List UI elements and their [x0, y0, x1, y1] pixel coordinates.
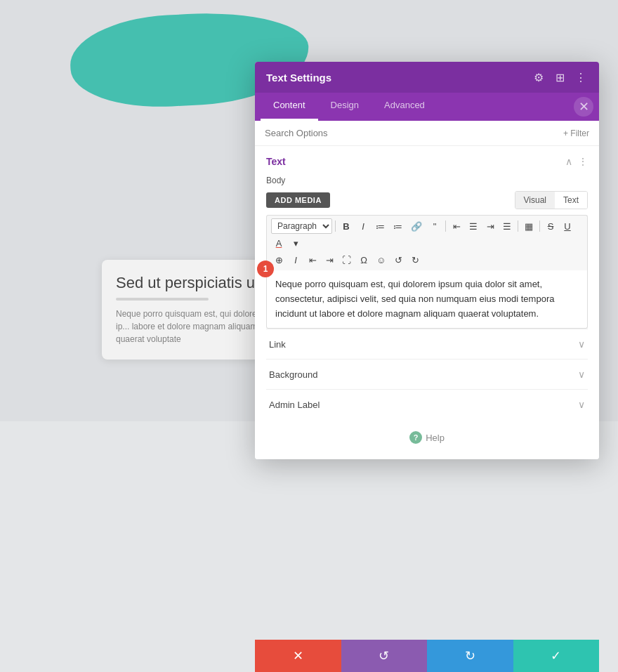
- toolbar-separator-1: [335, 220, 336, 232]
- toolbar-separator-4: [539, 220, 540, 232]
- tab-advanced[interactable]: Advanced: [372, 93, 438, 121]
- toolbar-row-1: Paragraph B I ≔ ≔ 🔗 " ⇤ ☰ ⇥ ☰ ▦ S U A: [271, 218, 583, 251]
- action-bar: ✕ ↺ ↻ ✓: [255, 640, 599, 672]
- step-badge: 1: [257, 261, 274, 277]
- modal-header: Text Settings ⚙ ⊞ ⋮: [255, 62, 599, 93]
- accordion-background-label: Background: [269, 369, 317, 380]
- toolbar-row-2: ⊕ I ⇤ ⇥ ⛶ Ω ☺ ↺ ↻: [271, 252, 583, 268]
- underline-button[interactable]: U: [560, 218, 575, 234]
- help-label: Help: [426, 433, 445, 443]
- italic2-button[interactable]: I: [288, 252, 303, 268]
- search-input[interactable]: [265, 128, 563, 138]
- tab-content[interactable]: Content: [261, 93, 318, 121]
- indent-button[interactable]: ⇥: [322, 252, 337, 268]
- save-button[interactable]: ✓: [513, 640, 600, 672]
- align-right-button[interactable]: ⇥: [482, 218, 498, 234]
- color-chevron[interactable]: ▾: [288, 235, 303, 251]
- modal-title: Text Settings: [266, 72, 331, 84]
- align-center-button[interactable]: ☰: [466, 218, 481, 234]
- collapse-icon[interactable]: ∧: [565, 156, 572, 167]
- italic-button[interactable]: I: [355, 218, 371, 234]
- accordion-admin-label-chevron: ∨: [578, 399, 585, 410]
- editor-content[interactable]: Neque porro quisquam est, qui dolorem ip…: [275, 277, 579, 321]
- accordion-admin-label[interactable]: Admin Label ∨: [266, 389, 588, 419]
- expand-icon[interactable]: ⊞: [553, 70, 567, 84]
- editor-toolbar: Paragraph B I ≔ ≔ 🔗 " ⇤ ☰ ⇥ ☰ ▦ S U A: [266, 215, 588, 270]
- undo-tb-button[interactable]: ↺: [390, 252, 406, 268]
- close-button[interactable]: ✕: [574, 97, 593, 117]
- unordered-list-button[interactable]: ≔: [372, 218, 388, 234]
- modal-header-icons: ⚙ ⊞ ⋮: [532, 70, 588, 84]
- add-media-button[interactable]: ADD MEDIA: [266, 192, 330, 208]
- tab-bar: Content Design Advanced ✕: [255, 93, 599, 121]
- filter-label: + Filter: [563, 129, 589, 138]
- help-icon: ?: [409, 431, 422, 444]
- more-icon[interactable]: ⋮: [574, 70, 588, 84]
- modal-body: Text ∧ ⋮ Body ADD MEDIA Visual Text Para…: [255, 146, 599, 459]
- blockquote-button[interactable]: ": [427, 218, 442, 234]
- editor-area[interactable]: 1 Neque porro quisquam est, qui dolorem …: [266, 270, 588, 329]
- cancel-button[interactable]: ✕: [255, 640, 341, 672]
- search-bar: + Filter: [255, 121, 599, 146]
- body-label: Body: [266, 176, 588, 185]
- strikethrough-button[interactable]: S: [543, 218, 558, 234]
- bold-button[interactable]: B: [338, 218, 354, 234]
- text-settings-modal: Text Settings ⚙ ⊞ ⋮ Content Design Advan…: [255, 62, 599, 459]
- help-row: ? Help: [266, 419, 588, 449]
- visual-text-toggle: Visual Text: [515, 191, 588, 209]
- outdent-button[interactable]: ⇤: [305, 252, 320, 268]
- settings-icon[interactable]: ⚙: [532, 70, 546, 84]
- accordion-link-chevron: ∨: [578, 338, 585, 350]
- editor-top-row: ADD MEDIA Visual Text: [266, 191, 588, 209]
- fullscreen-button[interactable]: ⛶: [338, 252, 355, 268]
- accordion-link[interactable]: Link ∨: [266, 329, 588, 359]
- section-header: Text ∧ ⋮: [266, 156, 588, 167]
- undo-button[interactable]: ↺: [341, 640, 428, 672]
- toolbar-separator-3: [518, 220, 518, 232]
- filter-button[interactable]: + Filter: [563, 129, 589, 138]
- ordered-list-button[interactable]: ≔: [390, 218, 406, 234]
- help-button[interactable]: ? Help: [409, 431, 445, 444]
- redo-tb-button[interactable]: ↻: [407, 252, 423, 268]
- accordion-link-label: Link: [269, 339, 286, 350]
- visual-tab-button[interactable]: Visual: [515, 192, 555, 209]
- tab-design[interactable]: Design: [318, 93, 372, 121]
- toolbar-separator-2: [445, 220, 446, 232]
- accordion-background[interactable]: Background ∨: [266, 359, 588, 389]
- link-button[interactable]: 🔗: [407, 218, 426, 234]
- accordion-background-chevron: ∨: [578, 369, 585, 380]
- text-tab-button[interactable]: Text: [555, 192, 587, 209]
- omega-button[interactable]: Ω: [356, 252, 372, 268]
- accordion-admin-label-label: Admin Label: [269, 400, 320, 410]
- emoji-button[interactable]: ☺: [373, 252, 389, 268]
- redo-button[interactable]: ↻: [427, 640, 513, 672]
- table-button[interactable]: ▦: [521, 218, 537, 234]
- align-left-button[interactable]: ⇤: [449, 218, 464, 234]
- section-title: Text: [266, 156, 286, 167]
- justify-button[interactable]: ☰: [499, 218, 515, 234]
- copy-style-button[interactable]: ⊕: [271, 252, 287, 268]
- section-more-icon[interactable]: ⋮: [578, 156, 588, 167]
- section-controls: ∧ ⋮: [565, 156, 588, 167]
- paragraph-select[interactable]: Paragraph: [271, 218, 332, 234]
- color-button[interactable]: A: [271, 235, 287, 251]
